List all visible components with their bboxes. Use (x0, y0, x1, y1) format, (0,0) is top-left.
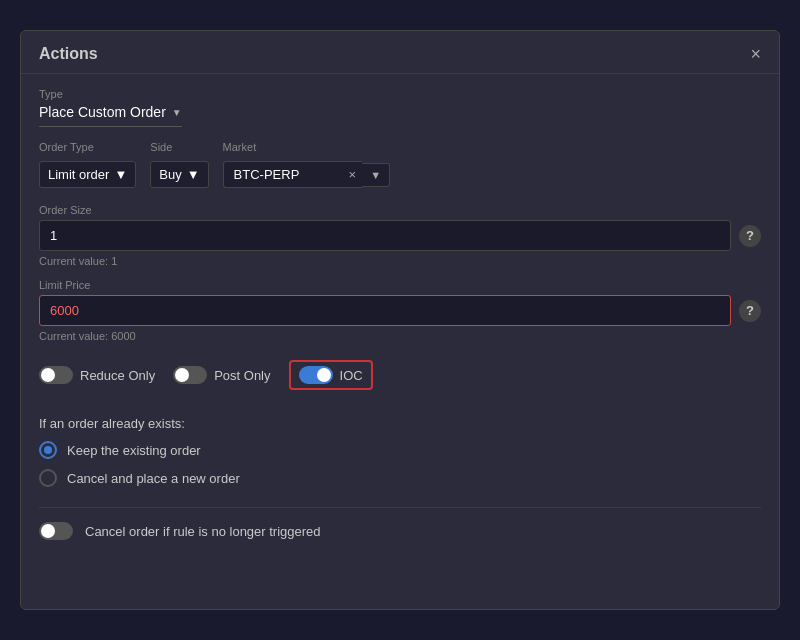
reduce-only-toggle[interactable] (39, 366, 73, 384)
order-size-help[interactable]: ? (739, 225, 761, 247)
post-only-toggle[interactable] (173, 366, 207, 384)
radio-cancel-label: Cancel and place a new order (67, 471, 240, 486)
radio-group: Keep the existing order Cancel and place… (39, 441, 761, 487)
ioc-label: IOC (340, 368, 363, 383)
existing-order-title: If an order already exists: (39, 416, 761, 431)
ioc-toggle[interactable] (299, 366, 333, 384)
market-clear-button[interactable]: × (343, 161, 363, 188)
ioc-group: IOC (289, 360, 373, 390)
market-label: Market (223, 141, 390, 153)
reduce-only-group: Reduce Only (39, 366, 155, 384)
order-type-group: Order Type Limit order ▼ (39, 141, 136, 188)
limit-price-current: Current value: 6000 (39, 330, 761, 342)
side-arrow: ▼ (187, 167, 200, 182)
type-dropdown[interactable]: Place Custom Order ▼ (39, 104, 182, 127)
market-group: Market × ▼ (223, 141, 390, 188)
market-arrow-button[interactable]: ▼ (362, 163, 390, 187)
order-size-row: ? (39, 220, 761, 251)
market-input[interactable] (223, 161, 343, 188)
panel-title: Actions (39, 45, 98, 63)
order-type-value: Limit order (48, 167, 109, 182)
close-button[interactable]: × (750, 45, 761, 63)
radio-keep-label: Keep the existing order (67, 443, 201, 458)
side-group: Side Buy ▼ (150, 141, 208, 188)
type-arrow: ▼ (172, 107, 182, 118)
type-value: Place Custom Order (39, 104, 166, 120)
order-size-current: Current value: 1 (39, 255, 761, 267)
type-label: Type (39, 88, 761, 100)
radio-keep[interactable]: Keep the existing order (39, 441, 761, 459)
limit-price-input[interactable] (39, 295, 731, 326)
panel-header: Actions × (21, 31, 779, 74)
side-dropdown[interactable]: Buy ▼ (150, 161, 208, 188)
order-type-label: Order Type (39, 141, 136, 153)
radio-keep-circle (39, 441, 57, 459)
divider (39, 507, 761, 508)
reduce-only-label: Reduce Only (80, 368, 155, 383)
actions-panel: Actions × Type Place Custom Order ▼ Orde… (20, 30, 780, 610)
order-size-input[interactable] (39, 220, 731, 251)
market-controls: × ▼ (223, 161, 390, 188)
order-type-dropdown[interactable]: Limit order ▼ (39, 161, 136, 188)
limit-price-label: Limit Price (39, 279, 761, 291)
limit-price-row: ? (39, 295, 761, 326)
post-only-group: Post Only (173, 366, 270, 384)
limit-price-help[interactable]: ? (739, 300, 761, 322)
cancel-toggle[interactable] (39, 522, 73, 540)
radio-cancel-circle (39, 469, 57, 487)
side-label: Side (150, 141, 208, 153)
cancel-toggle-label: Cancel order if rule is no longer trigge… (85, 524, 321, 539)
order-size-label: Order Size (39, 204, 761, 216)
order-controls-row: Order Type Limit order ▼ Side Buy ▼ Mark… (39, 141, 761, 188)
toggles-row: Reduce Only Post Only IOC (39, 354, 761, 396)
radio-cancel[interactable]: Cancel and place a new order (39, 469, 761, 487)
panel-body: Type Place Custom Order ▼ Order Type Lim… (21, 74, 779, 558)
order-type-arrow: ▼ (114, 167, 127, 182)
side-value: Buy (159, 167, 181, 182)
post-only-label: Post Only (214, 368, 270, 383)
cancel-toggle-row: Cancel order if rule is no longer trigge… (39, 522, 761, 540)
